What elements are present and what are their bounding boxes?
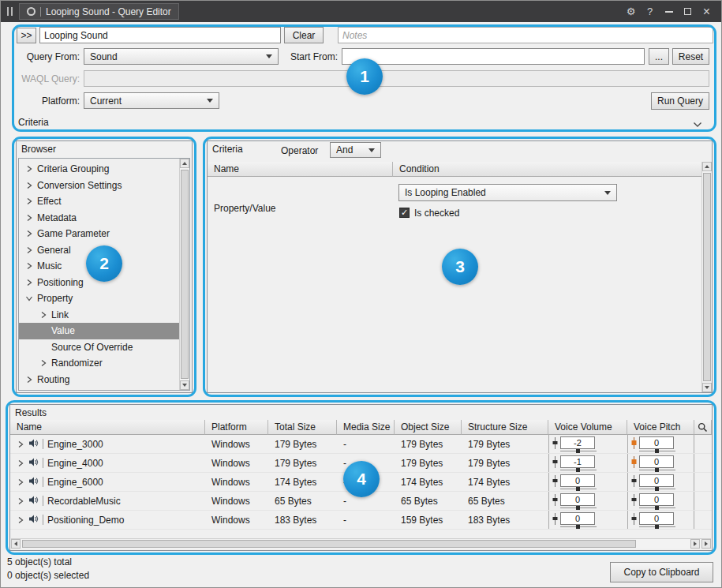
chevron-right-icon[interactable] — [25, 197, 33, 205]
platform-dropdown[interactable]: Current — [84, 92, 219, 109]
tree-item[interactable]: Positioning — [19, 275, 179, 291]
scroll-down-button[interactable] — [702, 383, 712, 392]
search-icon[interactable] — [694, 420, 712, 435]
tree-item[interactable]: Criteria Grouping — [19, 161, 179, 178]
results-horizontal-scrollbar[interactable] — [11, 538, 711, 549]
expand-toggle-button[interactable]: >> — [17, 28, 36, 43]
condition-dropdown[interactable]: Is Looping Enabled — [398, 184, 617, 201]
voice-volume-slider[interactable] — [560, 470, 597, 470]
voice-pitch-slider[interactable] — [639, 507, 675, 508]
browse-button[interactable]: ... — [649, 48, 669, 65]
voice-volume-cell[interactable]: 0 — [548, 473, 627, 491]
chevron-expanded-icon[interactable] — [25, 294, 33, 302]
voice-volume-slider[interactable] — [560, 526, 597, 527]
chevron-right-icon[interactable] — [25, 279, 33, 287]
voice-volume-value[interactable]: 0 — [560, 512, 595, 525]
scroll-left-button[interactable] — [11, 539, 21, 549]
tree-item[interactable]: Property — [19, 290, 179, 307]
scrollbar-thumb[interactable] — [181, 170, 189, 379]
tree-item-selected[interactable]: Value — [19, 323, 179, 339]
voice-volume-slider[interactable] — [560, 507, 597, 508]
voice-volume-value[interactable]: 0 — [560, 493, 595, 506]
scrollbar-thumb[interactable] — [22, 540, 636, 548]
column-header[interactable]: Total Size — [268, 420, 337, 435]
scroll-up-button[interactable] — [702, 162, 712, 171]
chevron-right-icon[interactable] — [25, 262, 33, 270]
row-expand-icon[interactable] — [17, 459, 24, 467]
tree-item[interactable]: Link — [19, 307, 179, 324]
dock-grip-icon[interactable] — [7, 7, 13, 16]
chevron-right-icon[interactable] — [25, 182, 33, 189]
row-expand-icon[interactable] — [17, 478, 24, 486]
window-tab[interactable]: Looping Sound - Query Editor — [19, 3, 179, 20]
voice-volume-cell[interactable]: -1 — [548, 454, 627, 472]
reset-button[interactable]: Reset — [672, 48, 709, 65]
notes-input[interactable] — [338, 27, 713, 43]
collapse-section-icon[interactable] — [693, 119, 702, 130]
column-header[interactable]: Name — [10, 420, 205, 435]
tree-item[interactable]: Conversion Settings — [19, 178, 179, 194]
column-header[interactable]: Media Size — [337, 420, 395, 435]
chevron-right-icon[interactable] — [25, 246, 33, 254]
row-expand-icon[interactable] — [17, 440, 24, 448]
settings-gear-icon[interactable]: ⚙ — [623, 3, 639, 20]
column-header[interactable]: Object Size — [395, 420, 462, 435]
clear-button[interactable]: Clear — [284, 27, 324, 43]
criteria-scrollbar[interactable] — [701, 162, 712, 392]
minimize-button[interactable] — [660, 3, 677, 20]
tree-item[interactable]: Routing — [19, 372, 179, 388]
tree-item[interactable]: Source Of Override — [19, 339, 179, 356]
voice-pitch-cell[interactable]: 0 — [627, 511, 694, 529]
voice-pitch-slider[interactable] — [639, 489, 675, 489]
table-row[interactable]: Engine_4000 Windows 179 Bytes - 179 Byte… — [10, 454, 712, 473]
is-checked-checkbox[interactable]: ✓ — [399, 208, 410, 218]
chevron-right-icon[interactable] — [25, 214, 33, 222]
voice-pitch-value[interactable]: 0 — [639, 493, 674, 506]
column-header-condition[interactable]: Condition — [393, 162, 701, 177]
column-header[interactable]: Voice Pitch — [627, 420, 694, 435]
voice-pitch-value[interactable]: 0 — [639, 436, 674, 449]
voice-volume-value[interactable]: -1 — [560, 455, 595, 468]
table-row[interactable]: Positioning_Demo Windows 183 Bytes - 159… — [10, 511, 712, 530]
voice-volume-cell[interactable]: -2 — [548, 435, 627, 453]
help-icon[interactable]: ? — [642, 3, 658, 20]
tree-item[interactable]: SoundBank — [19, 388, 179, 390]
tree-item[interactable]: Randomizer — [19, 355, 179, 372]
voice-volume-slider[interactable] — [560, 489, 597, 489]
tree-item[interactable]: Metadata — [19, 210, 179, 227]
chevron-right-icon[interactable] — [25, 376, 33, 384]
chevron-right-icon[interactable] — [39, 311, 47, 319]
scroll-down-button[interactable] — [180, 380, 189, 390]
column-header[interactable]: Voice Volume — [548, 420, 627, 435]
table-row[interactable]: Engine_3000 Windows 179 Bytes - 179 Byte… — [10, 435, 712, 454]
chevron-right-icon[interactable] — [25, 165, 33, 173]
scroll-right-button[interactable] — [690, 539, 700, 549]
column-header-name[interactable]: Name — [208, 162, 393, 177]
tree-item[interactable]: Game Parameter — [19, 226, 179, 242]
voice-volume-cell[interactable]: 0 — [548, 492, 627, 510]
voice-pitch-value[interactable]: 0 — [639, 474, 674, 487]
voice-volume-value[interactable]: 0 — [560, 474, 595, 487]
voice-pitch-slider[interactable] — [639, 451, 675, 451]
tree-item[interactable]: Music — [19, 258, 179, 275]
run-query-button[interactable]: Run Query — [651, 92, 709, 110]
voice-pitch-cell[interactable]: 0 — [627, 473, 694, 491]
voice-pitch-value[interactable]: 0 — [639, 455, 674, 468]
maximize-button[interactable] — [679, 3, 696, 20]
tree-item[interactable]: Effect — [19, 193, 179, 210]
voice-volume-value[interactable]: -2 — [560, 436, 595, 449]
chevron-right-icon[interactable] — [39, 359, 47, 367]
column-header[interactable]: Platform — [205, 420, 268, 435]
voice-pitch-slider[interactable] — [639, 470, 675, 470]
copy-to-clipboard-button[interactable]: Copy to Clipboard — [610, 562, 713, 582]
close-button[interactable]: × — [698, 3, 715, 20]
scroll-up-button[interactable] — [180, 159, 189, 168]
operator-dropdown[interactable]: And — [330, 142, 381, 158]
voice-pitch-slider[interactable] — [639, 526, 675, 527]
voice-pitch-value[interactable]: 0 — [639, 512, 674, 525]
scroll-right-button[interactable] — [701, 539, 711, 549]
table-row[interactable]: Engine_6000 Windows 174 Bytes - 174 Byte… — [10, 473, 712, 492]
scrollbar-thumb[interactable] — [703, 173, 711, 381]
table-row[interactable]: RecordableMusic Windows 65 Bytes - 65 By… — [10, 492, 712, 511]
voice-volume-cell[interactable]: 0 — [548, 511, 627, 529]
